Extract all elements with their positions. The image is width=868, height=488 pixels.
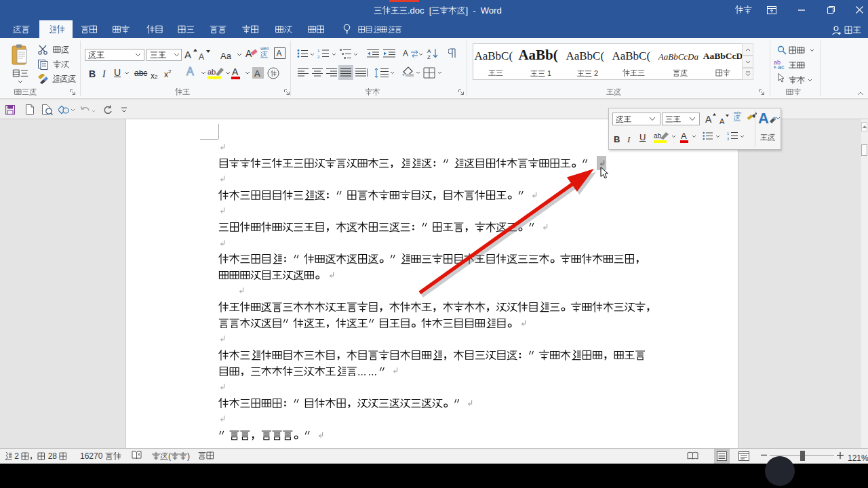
- svg-text:3: 3: [727, 137, 729, 141]
- svg-text:A: A: [277, 49, 282, 58]
- svg-text:A: A: [403, 49, 408, 58]
- svg-text:ac: ac: [778, 64, 785, 70]
- svg-text:1: 1: [727, 131, 729, 136]
- svg-text:A: A: [427, 48, 431, 54]
- svg-text:Z: Z: [427, 54, 431, 59]
- svg-text:ab: ab: [208, 68, 216, 76]
- svg-text:A: A: [232, 66, 239, 77]
- svg-text:A: A: [254, 68, 260, 79]
- svg-text:A: A: [681, 131, 687, 141]
- svg-text:1: 1: [317, 49, 320, 53]
- svg-text:2: 2: [317, 55, 320, 59]
- svg-text:ab: ab: [654, 132, 662, 140]
